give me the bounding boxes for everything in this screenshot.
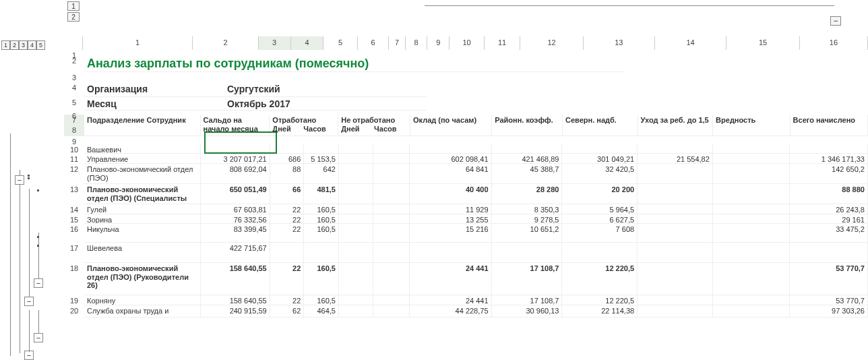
table-row[interactable]: Планово-экономический отдел (ПЭО)808 692… [84,164,868,184]
row-saldo [201,144,270,154]
row-nhours [373,295,410,305]
table-row[interactable]: Гулей67 603,8122160,511 9298 350,35 964,… [84,204,868,214]
row-rayon: 45 388,7 [492,164,563,184]
col-8[interactable]: 8 [406,36,427,50]
table-row[interactable]: Никульча83 399,4522160,515 21610 651,27 … [84,224,868,243]
row-12[interactable]: 12 [64,164,84,184]
row-nhours [373,214,410,224]
row-total: 26 243,8 [790,204,868,214]
row-vred [713,164,790,184]
row-15[interactable]: 15 [64,214,84,224]
row-sever: 301 049,21 [562,154,638,164]
row-14[interactable]: 14 [64,204,84,214]
row-hours: 481,5 [304,184,339,204]
table-row[interactable]: Шевелева422 715,67 [84,243,868,263]
table-row[interactable]: Вашкевич [84,144,868,154]
row-uhod [638,263,713,295]
row-name: Зорина [84,214,201,224]
spreadsheet-grid[interactable]: Анализ зарплаты по сотрудникам (помесячн… [84,50,868,318]
row-ndays [339,184,373,204]
row-uhod [638,164,713,184]
outline-collapse-20[interactable]: − [24,351,34,360]
table-row[interactable]: Служба охраны труда и240 915,5962464,544… [84,305,868,318]
col-5[interactable]: 5 [323,36,358,50]
outline-level-2[interactable]: 2 [10,40,19,50]
outline-top-level-2[interactable]: 2 [67,12,80,22]
row-hours: 160,5 [304,295,339,305]
org-label: Организация [84,82,204,97]
hdr-hours: Часов [303,125,335,133]
outline-collapse-16[interactable]: − [34,278,43,288]
row-hours [304,144,339,154]
row-7[interactable]: 7 [64,115,84,125]
col-2[interactable]: 2 [193,36,258,50]
row-name: Служба охраны труда и [84,305,201,318]
col-10[interactable]: 10 [450,36,485,50]
hdr-uhod: Уход за реб. до 1,5 [638,115,714,136]
col-14[interactable]: 14 [655,36,727,50]
row-hours [304,243,339,263]
outline-top-level-1[interactable]: 1 [67,1,80,11]
col-13[interactable]: 13 [584,36,655,50]
hdr-nhours: Часов [374,125,407,133]
row-ndays [339,243,373,263]
col-4[interactable]: 4 [291,36,324,50]
outline-level-4[interactable]: 4 [28,40,36,50]
col-12[interactable]: 12 [520,36,584,50]
row-sever: 6 627,5 [562,214,638,224]
col-6[interactable]: 6 [358,36,389,50]
row-uhod: 21 554,82 [638,154,713,164]
outline-collapse-17[interactable]: − [24,297,34,306]
row-20[interactable]: 20 [64,305,84,326]
row-sever: 5 964,5 [562,204,638,214]
row-3[interactable]: 3 [64,72,84,82]
col-1[interactable]: 1 [83,36,193,50]
row-17[interactable]: 17 [64,243,84,263]
table-row[interactable]: Планово-экономический отдел (ПЭО) (Руков… [84,263,868,295]
col-16[interactable]: 16 [800,36,868,50]
outline-level-5[interactable]: 5 [36,40,45,50]
col-11[interactable]: 11 [485,36,520,50]
row-days: 22 [270,224,305,243]
outline-collapse-11[interactable]: − [15,175,24,185]
row-13[interactable]: 13 [64,184,84,204]
table-row[interactable]: Корняну158 640,5522160,524 44117 108,712… [84,295,868,305]
row-11[interactable]: 11 [64,154,84,164]
row-saldo: 3 207 017,21 [201,154,270,164]
row-sever: 12 220,5 [562,263,638,295]
row-name: Гулей [84,204,201,214]
row-18[interactable]: 18 [64,263,84,295]
row-oklad: 15 216 [410,224,491,243]
table-row[interactable]: Зорина76 332,5622160,513 2559 278,56 627… [84,214,868,224]
row-1[interactable]: 1 [64,50,84,55]
row-16[interactable]: 16 [64,224,84,243]
outline-top-collapse[interactable]: − [830,16,841,26]
outline-collapse-19[interactable]: − [34,333,43,342]
col-9[interactable]: 9 [427,36,450,50]
row-total: 97 303,26 [790,305,868,318]
col-15[interactable]: 15 [726,36,800,50]
row-nhours [373,164,410,184]
table-row[interactable]: Управление3 207 017,216865 153,5602 098,… [84,154,868,164]
row-9[interactable]: 9 [64,136,84,144]
row-19[interactable]: 19 [64,295,84,305]
col-3[interactable]: 3 [259,36,291,50]
hdr-total: Всего начислено [790,115,868,136]
outline-line-5 [38,310,39,334]
outline-level-1[interactable]: 1 [1,40,10,50]
outline-level-3[interactable]: 3 [19,40,28,50]
row-oklad: 24 441 [410,295,491,305]
row-name: Вашкевич [84,144,201,154]
row-2[interactable]: 2 [64,55,84,72]
row-8[interactable]: 8 [64,125,84,136]
outline-line-3 [29,189,30,297]
col-7[interactable]: 7 [389,36,406,50]
row-oklad [410,144,491,154]
row-5[interactable]: 5 [64,97,84,111]
row-total: 53 770,7 [790,263,868,295]
row-hours: 160,5 [304,204,339,214]
row-10[interactable]: 10 [64,144,84,154]
table-row[interactable]: Планово-экономический отдел (ПЭО) (Специ… [84,184,868,204]
row-4[interactable]: 4 [64,82,84,97]
select-all[interactable] [64,36,83,50]
